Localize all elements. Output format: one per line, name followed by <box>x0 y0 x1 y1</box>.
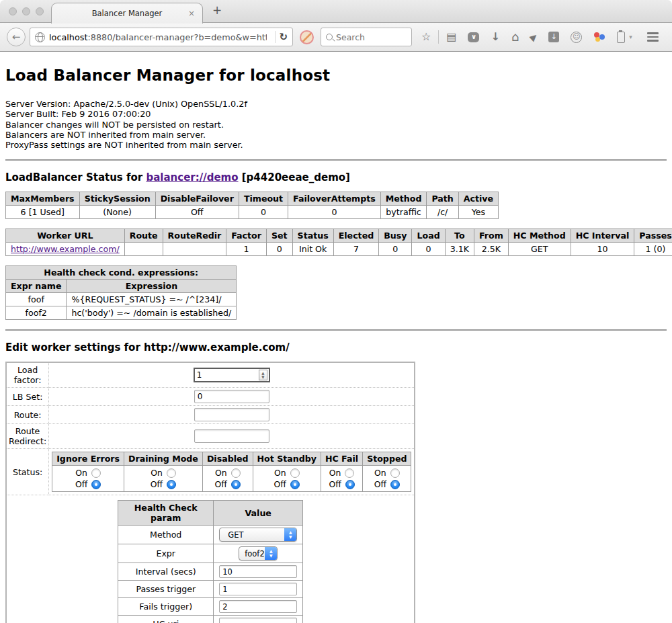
new-tab-button[interactable]: + <box>212 3 222 17</box>
cell-set: 0 <box>266 243 292 256</box>
route-redirect-cell <box>49 424 415 449</box>
home-icon[interactable]: ⌂ <box>511 32 519 42</box>
cell-factor: 1 <box>226 243 267 256</box>
stopped-off-radio[interactable] <box>390 480 400 489</box>
hot-standby-on-radio[interactable] <box>290 468 300 478</box>
form-row-hc-params: Health Check param Value Method GET▲▼ Ex… <box>6 495 415 623</box>
col-hc-method: HC Method <box>508 229 571 243</box>
on-label: On <box>274 468 286 478</box>
table-row: http://www.example.com/ 1 0 Init Ok 7 0 … <box>6 243 672 256</box>
hc-row-fails: Fails trigger) <box>118 598 303 616</box>
method-select[interactable]: GET▲▼ <box>219 528 297 542</box>
pocket-icon[interactable]: ∨ <box>468 32 479 42</box>
persist-note-line: Balancer changes will NOT be persisted o… <box>5 120 667 130</box>
table-row: foof %{REQUEST_STATUS} =~ /^[234]/ <box>6 293 237 306</box>
bookmark-star-icon[interactable]: ☆ <box>421 32 431 42</box>
feedback-smiley-icon[interactable]: ☺ <box>571 32 582 43</box>
send-plane-icon[interactable]: ▶ <box>528 31 540 44</box>
window-controls[interactable] <box>9 7 44 15</box>
cell-expression: hc('body') =~ /domain is established/ <box>67 306 237 320</box>
ignore-errors-on-radio[interactable] <box>91 468 101 478</box>
hc-row-expr: Expr foof2▲▼ <box>118 544 303 563</box>
cell-expression: %{REQUEST_STATUS} =~ /^[234]/ <box>67 293 237 306</box>
hc-row-method: Method GET▲▼ <box>118 526 303 544</box>
col-ignore-errors: Ignore Errors <box>52 452 124 466</box>
search-input[interactable] <box>336 32 403 42</box>
load-factor-input[interactable] <box>195 370 259 380</box>
cell-busy: 0 <box>379 243 412 256</box>
col-stickysession: StickySession <box>79 192 155 206</box>
ignore-errors-off-radio[interactable] <box>91 480 101 489</box>
stopped-radios: On Off <box>363 466 411 492</box>
hc-fail-off-radio[interactable] <box>345 480 355 489</box>
hc-uri-input[interactable] <box>219 618 297 623</box>
divider <box>5 159 667 161</box>
route-input[interactable] <box>194 408 269 421</box>
stopped-on-radio[interactable] <box>390 468 400 478</box>
hc-params-cell: Health Check param Value Method GET▲▼ Ex… <box>6 495 415 623</box>
radio-off-row: Off <box>367 479 407 490</box>
tab-close-icon[interactable]: × <box>188 9 195 18</box>
minimize-window-button[interactable] <box>22 7 30 15</box>
expr-select[interactable]: foof2▲▼ <box>239 546 278 560</box>
radio-off-row: Off <box>325 479 358 490</box>
radio-off-row: Off <box>257 479 317 490</box>
passes-input[interactable] <box>219 583 297 595</box>
hc-fail-on-radio[interactable] <box>345 468 354 478</box>
lb-set-input[interactable] <box>194 390 269 403</box>
disabled-off-radio[interactable] <box>231 480 241 489</box>
cell-from: 2.5K <box>474 243 508 256</box>
adblock-disabled-icon[interactable] <box>300 30 314 44</box>
radio-on-row: On <box>128 467 198 479</box>
route-redirect-input[interactable] <box>194 429 269 443</box>
draining-mode-radios: On Off <box>124 466 203 492</box>
hot-standby-off-radio[interactable] <box>290 480 300 489</box>
route-redirect-label: Route Redirect: <box>6 424 49 449</box>
search-bar[interactable] <box>321 28 412 46</box>
cell-passes: 1 (0) <box>634 243 672 256</box>
col-expression: Expression <box>67 280 237 293</box>
col-hot-standby: Hot Standby <box>253 452 321 466</box>
url-bar[interactable]: localhost:8880/balancer-manager?b=demo&w… <box>30 28 293 46</box>
disabled-on-radio[interactable] <box>231 468 241 478</box>
zoom-window-button[interactable] <box>36 7 44 15</box>
close-window-button[interactable] <box>9 7 17 15</box>
spinner-down-icon[interactable]: ▼ <box>261 375 264 379</box>
divider <box>5 329 667 331</box>
select-down-icon: ▼ <box>289 535 292 540</box>
fails-input[interactable] <box>219 600 297 613</box>
col-timeout: Timeout <box>239 192 288 206</box>
number-spinner-icon[interactable]: ▲▼ <box>259 370 267 380</box>
url-path: :8880/balancer-manager?b=demo&w=http://w… <box>87 32 266 42</box>
table-header-row: Worker URL Route RouteRedir Factor Set S… <box>6 229 672 243</box>
downloads-icon[interactable]: ↓ <box>491 32 499 42</box>
draining-mode-on-radio[interactable] <box>167 468 176 478</box>
menu-hamburger-icon[interactable] <box>647 32 659 42</box>
reading-list-icon[interactable]: ▤ <box>446 32 456 42</box>
table-row: 6 [1 Used] (None) Off 0 0 bytraffic /c/ … <box>6 206 499 219</box>
balancer-status-table: MaxMembers StickySession DisableFailover… <box>5 192 499 219</box>
device-battery-icon[interactable] <box>617 32 625 43</box>
reload-icon[interactable]: ↻ <box>279 31 288 43</box>
battery-dropdown-caret-icon[interactable]: ▾ <box>629 34 632 40</box>
draining-mode-off-radio[interactable] <box>167 480 176 489</box>
url-divider <box>275 31 276 43</box>
extension-dots-icon[interactable] <box>593 31 605 43</box>
status-radio-table: Ignore Errors Draining Mode Disabled Hot… <box>52 452 411 492</box>
tab-title: Balancer Manager <box>92 9 163 18</box>
interval-input[interactable] <box>219 565 297 578</box>
back-button[interactable]: ← <box>7 28 26 46</box>
hc-row-hc-uri: HC uri <box>118 616 303 623</box>
load-factor-cell: ▲▼ <box>49 362 415 388</box>
extension-download-icon[interactable]: ↓ <box>548 32 559 42</box>
interval-label: Interval (secs) <box>118 563 214 581</box>
url-text[interactable]: localhost:8880/balancer-manager?b=demo&w… <box>49 32 267 42</box>
balancer-demo-link[interactable]: balancer://demo <box>146 171 238 183</box>
radio-off-row: Off <box>56 479 120 490</box>
col-elected: Elected <box>333 229 379 243</box>
worker-url-link[interactable]: http://www.example.com/ <box>11 244 120 254</box>
form-row-route: Route: <box>6 406 415 424</box>
tab-balancer-manager[interactable]: Balancer Manager × <box>51 3 203 24</box>
route-label: Route: <box>6 406 49 424</box>
cell-hc-method: GET <box>508 243 571 256</box>
